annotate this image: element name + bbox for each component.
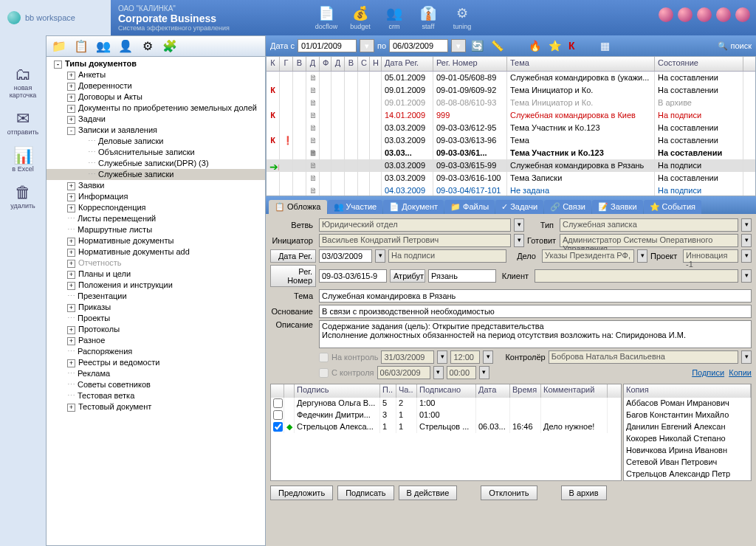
tree-item[interactable]: ⋯Листы перемещений	[47, 213, 265, 224]
sig-row[interactable]: ◆Стрельцов Алекса... 11 Стрельцов ...06.…	[271, 421, 621, 433]
date-to-input[interactable]	[389, 39, 448, 52]
regdate-input[interactable]	[319, 249, 372, 263]
regnum-input[interactable]	[319, 269, 387, 283]
tree-item[interactable]: +Нормативные документы	[47, 235, 265, 246]
folder-icon[interactable]: 📁	[51, 38, 67, 55]
signatures-link[interactable]: Подписи	[692, 368, 724, 377]
col-f[interactable]: Ф	[320, 57, 331, 71]
sctrl-checkbox[interactable]	[319, 368, 329, 378]
top-docflow[interactable]: 📄docflow	[310, 5, 343, 30]
grid-row[interactable]: 🗎 05.01.200909-01-05/608-89 Служебная ко…	[267, 72, 755, 84]
copy-row[interactable]: Сетевой Иван Петрович	[624, 457, 751, 469]
tema-input[interactable]	[319, 289, 752, 303]
tree-item[interactable]: ⋯Советы советников	[47, 379, 265, 390]
copy-col[interactable]: Копия	[624, 384, 751, 398]
osnov-input[interactable]	[319, 305, 752, 318]
tree-item[interactable]: +Разное	[47, 335, 265, 346]
archive-button[interactable]: В архив	[561, 485, 607, 500]
type-dd[interactable]: ▾	[741, 218, 752, 232]
maximize-button[interactable]	[716, 7, 731, 22]
tree-root[interactable]: -Типы документов	[47, 58, 265, 69]
propose-button[interactable]: Предложить	[270, 485, 333, 500]
tree-item[interactable]: +Договоры и Акты	[47, 91, 265, 103]
tree-item[interactable]: +Положения и инструкции	[47, 280, 265, 291]
init-dd[interactable]: ▾	[514, 234, 524, 247]
tab-Файлы[interactable]: 📁 Файлы	[444, 200, 495, 214]
tab-События[interactable]: ⭐ События	[644, 200, 701, 214]
tab-Связи[interactable]: 🔗 Связи	[544, 200, 591, 214]
reject-button[interactable]: Отклонить	[481, 485, 537, 500]
tree-item[interactable]: +Приказы	[47, 302, 265, 313]
date-to-picker[interactable]: ▾	[451, 39, 466, 52]
star-icon[interactable]: ⭐	[549, 40, 561, 52]
col-d[interactable]: Д	[306, 57, 320, 71]
tree-item[interactable]: ⋯Служебные записки	[47, 169, 265, 180]
copy-row[interactable]: Аббасов Роман Имранович	[624, 398, 751, 410]
lb-в Excel[interactable]: 📊в Excel	[0, 146, 46, 173]
close-button[interactable]	[735, 7, 750, 22]
grid-row[interactable]: К 🗎 09.01.200909-01-09/609-92 Тема Иници…	[267, 84, 755, 97]
case-dd[interactable]: ▾	[637, 249, 647, 263]
sctrl-dd[interactable]: ▾	[433, 366, 444, 379]
prep-dd[interactable]: ▾	[741, 234, 752, 247]
sig-col-date[interactable]: Дата	[476, 384, 510, 398]
tree-item[interactable]: -Записки и заявления	[47, 125, 265, 136]
tree-item[interactable]: ⋯Проекты	[47, 313, 265, 324]
col-vv[interactable]: В	[345, 57, 358, 71]
ctrl-dd[interactable]: ▾	[437, 350, 447, 364]
date-from-picker[interactable]: ▾	[360, 39, 374, 52]
tree-item[interactable]: ⋯Деловые записки	[47, 136, 265, 147]
tab-Задачи[interactable]: ✓ Задачи	[495, 200, 543, 214]
regnum-label[interactable]: Рег. Номер	[270, 265, 316, 287]
sctrl-tdd[interactable]: ▾	[479, 366, 489, 379]
tree-item[interactable]: ⋯Объяснительные записки	[47, 147, 265, 158]
col-v[interactable]: В	[293, 57, 306, 71]
ctrl-tdd[interactable]: ▾	[483, 350, 493, 364]
grid-row[interactable]: К ❗ 🗎 03.03.200909-03-03/613-96 ТемаНа с…	[267, 134, 755, 147]
ruler-icon[interactable]: 📏	[491, 40, 504, 52]
tree-item[interactable]: +Тестовый документ	[47, 401, 265, 412]
sig-col-time[interactable]: Время	[510, 384, 541, 398]
col-state[interactable]: Состояние	[655, 57, 743, 71]
tree-item[interactable]: +Информация	[47, 191, 265, 202]
sig-col-comment[interactable]: Комментарий	[541, 384, 608, 398]
ctrl-checkbox[interactable]	[319, 353, 329, 362]
search-link[interactable]: 🔍 поиск	[718, 41, 752, 51]
tree-item[interactable]: ⋯Тестовая ветка	[47, 390, 265, 401]
tree-item[interactable]: +Заявки	[47, 180, 265, 191]
client-dd[interactable]: ▾	[741, 269, 752, 283]
refresh-icon[interactable]: 🔄	[471, 40, 484, 52]
top-crm[interactable]: 👥crm	[378, 5, 410, 30]
tab-Заявки[interactable]: 📝 Заявки	[592, 200, 643, 214]
sig-row[interactable]: Федечкин Дмитри... 31 01:00	[271, 410, 621, 421]
regdate-label[interactable]: Дата Рег.	[270, 249, 316, 263]
gear-icon[interactable]: ⚙	[140, 38, 156, 55]
grid-row[interactable]: ➔К 🗎 03.03.200909-03-03/615-99 Служебная…	[267, 159, 755, 172]
copy-row[interactable]: Кокорев Николай Степано	[624, 433, 751, 445]
grid-row[interactable]: 🗎 04.03.200909-03-04/617-101 Не заданаНа…	[267, 184, 755, 196]
doc-icon[interactable]: 📋	[73, 38, 89, 55]
col-h[interactable]: Н	[370, 57, 382, 71]
grid-icon[interactable]: ▦	[600, 40, 610, 52]
tab-Участие[interactable]: 👥 Участие	[328, 200, 383, 214]
grid-row[interactable]: 🗎 03.03.200909-03-03/616-100 Тема Записк…	[267, 172, 755, 184]
action-button[interactable]: В действие	[399, 485, 458, 500]
col-num[interactable]: Рег. Номер	[433, 57, 507, 71]
ctrler-dd[interactable]: ▾	[741, 350, 752, 364]
document-tree[interactable]: -Типы документов+Анкеты+Доверенности+Дог…	[47, 57, 265, 545]
col-g[interactable]: Г	[280, 57, 293, 71]
sig-col-name[interactable]: Подпись	[295, 384, 380, 398]
info-button[interactable]	[678, 7, 693, 22]
help-button[interactable]	[659, 7, 673, 22]
tree-item[interactable]: ⋯Реклама	[47, 368, 265, 379]
col-k[interactable]: К	[267, 57, 280, 71]
sig-col-c[interactable]: Ча..	[396, 384, 417, 398]
attr-input[interactable]	[428, 269, 496, 283]
sig-col-p[interactable]: П..	[380, 384, 396, 398]
desc-input[interactable]: Содержание задания (цель): Открытие пред…	[319, 320, 752, 348]
tree-item[interactable]: +Документы по приобретению земельных дол…	[47, 103, 265, 114]
tree-item[interactable]: +Корреспонденция	[47, 202, 265, 213]
proj-dd[interactable]: ▾	[741, 249, 752, 263]
col-s[interactable]: С	[358, 57, 370, 71]
minimize-button[interactable]	[697, 7, 712, 22]
